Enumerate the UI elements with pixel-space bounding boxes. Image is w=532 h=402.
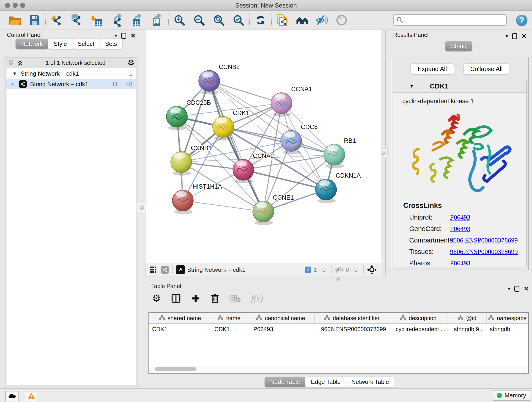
import-table-from-file-button[interactable] [86, 12, 106, 29]
expand-all-icon[interactable] [17, 59, 24, 66]
import-network-from-database-button[interactable] [66, 12, 86, 29]
column-header-shared-name[interactable]: shared name [149, 313, 211, 323]
table-hscrollbar[interactable] [150, 366, 527, 372]
edge-CCNE1-HIST1H1A[interactable] [183, 201, 263, 211]
left-splitter-handle[interactable] [137, 203, 146, 212]
hide-selected-button[interactable] [312, 12, 332, 29]
search-input[interactable] [405, 16, 504, 24]
network-canvas[interactable]: CCNB2CCNA1CDC25BCDK1CDC6RB1CCNB1CCNA2CDK… [145, 30, 381, 263]
node-HIST1H1A[interactable] [172, 190, 193, 214]
column-header-description[interactable]: description [389, 313, 447, 323]
birds-eye-view-icon[interactable] [176, 265, 185, 274]
zoom-in-button[interactable] [170, 12, 189, 29]
table-cell[interactable]: stringdb [487, 324, 528, 334]
node-CDC25B[interactable] [166, 106, 187, 130]
tab-string[interactable]: String [445, 41, 472, 51]
bottom-splitter-handle[interactable] [336, 277, 340, 281]
tree-expand-icon[interactable]: ▼ [12, 71, 17, 76]
panel-menu-icon[interactable]: ▾ [508, 286, 510, 292]
node-CCNE1[interactable] [253, 201, 274, 225]
crosslink-link[interactable]: P06493 [450, 214, 470, 221]
export-table-button[interactable] [128, 12, 147, 29]
zoom-out-button[interactable] [189, 12, 209, 29]
import-network-from-file-button[interactable] [47, 12, 66, 29]
tab-node-table[interactable]: Node Table [264, 376, 306, 387]
node-CCNA1[interactable] [271, 93, 292, 117]
save-session-button[interactable] [25, 12, 44, 29]
close-panel-icon[interactable]: ✕ [521, 32, 526, 40]
network-collection-row[interactable]: ▼ String Network – cdk1 1 [6, 68, 136, 79]
panel-menu-icon[interactable]: ▾ [505, 33, 508, 39]
crosslink-link[interactable]: P06493 [450, 225, 470, 233]
zoom-fit-button[interactable] [209, 12, 229, 29]
float-panel-icon[interactable] [514, 286, 519, 292]
network-list-box: 1 of 1 Network selected ⚙ ▼ String Netwo… [4, 57, 138, 387]
table-cell[interactable]: 9606.ENSP00000378699 [315, 324, 389, 334]
edge-CCNB2-CCNA1[interactable] [209, 81, 282, 103]
crosslink-link[interactable]: P06493 [450, 259, 470, 267]
zoom-selected-button[interactable] [229, 12, 248, 29]
close-panel-icon[interactable]: ✕ [524, 285, 529, 293]
network-row[interactable]: ● String Network – cdk1 11 48 [6, 79, 136, 89]
tab-style[interactable]: Style [48, 38, 73, 49]
table-toolbar: ⚙ [152, 293, 263, 303]
node-CDK1[interactable] [213, 116, 234, 140]
add-column-icon[interactable] [191, 294, 200, 303]
tab-network[interactable]: Network [15, 38, 49, 49]
table-cell[interactable]: stringdb:9... [447, 324, 487, 334]
column-header-canonical-name[interactable]: canonical name [247, 313, 315, 323]
table-cell[interactable]: CDK1 [149, 324, 211, 334]
export-image-button[interactable] [147, 12, 167, 29]
node-CCNA2[interactable] [233, 159, 254, 183]
show-columns-icon[interactable] [171, 293, 181, 303]
node-RB1[interactable] [324, 144, 345, 168]
network-graph[interactable]: CCNB2CCNA1CDC25BCDK1CDC6RB1CCNB1CCNA2CDK… [146, 30, 381, 263]
column-header-id[interactable]: @id [447, 313, 487, 323]
table-cell[interactable]: P06493 [247, 324, 315, 334]
crosslink-link[interactable]: 9606.ENSP00000378699 [450, 248, 518, 255]
close-panel-icon[interactable]: ✕ [130, 32, 136, 39]
column-header-namespace[interactable]: namespace [487, 313, 528, 323]
tab-select[interactable]: Select [72, 38, 100, 49]
section-expand-icon[interactable]: ▼ [409, 83, 414, 89]
float-panel-icon[interactable] [121, 33, 126, 39]
network-share-icon[interactable] [161, 266, 169, 274]
grid-view-icon[interactable] [150, 266, 157, 274]
help-button[interactable]: ? [516, 15, 527, 26]
column-header-name[interactable]: name [211, 313, 247, 323]
open-session-button[interactable] [5, 12, 25, 29]
table-cell[interactable]: CDK1 [211, 324, 247, 334]
node-CDKN1A[interactable] [316, 179, 336, 203]
node-CCNB2[interactable] [199, 70, 220, 95]
expand-all-button[interactable]: Expand All [410, 64, 454, 75]
first-neighbors-button[interactable] [292, 12, 312, 29]
collapse-all-button[interactable]: Collapse All [463, 64, 509, 75]
copy-network-button[interactable] [273, 12, 292, 29]
fit-crosshair-icon[interactable] [367, 265, 377, 275]
network-options-gear-icon[interactable]: ⚙ [128, 58, 134, 67]
scroll-thumb[interactable] [155, 367, 196, 371]
tab-edge-table[interactable]: Edge Table [305, 376, 346, 387]
apply-layout-button[interactable] [251, 12, 270, 29]
tab-network-table[interactable]: Network Table [346, 376, 395, 387]
search-box[interactable] [393, 14, 507, 26]
table-cell[interactable]: cyclin-dependent ... [389, 324, 447, 334]
export-network-button[interactable] [108, 12, 128, 29]
node-CDC6[interactable] [281, 130, 302, 154]
node-CCNB1[interactable] [171, 152, 192, 176]
table-row[interactable]: CDK1CDK1P064939606.ENSP00000378699cyclin… [149, 324, 528, 334]
cloud-status-button[interactable] [5, 391, 19, 401]
show-all-button[interactable] [332, 12, 351, 29]
selected-checkbox-icon[interactable]: ✓ [305, 267, 311, 273]
float-panel-icon[interactable] [512, 33, 517, 39]
crosslink-link[interactable]: 9606.ENSP00000378699 [450, 236, 518, 244]
collapse-all-icon[interactable] [7, 59, 14, 66]
delete-column-icon[interactable] [210, 293, 220, 303]
gene-section-header[interactable]: ▼ CDK1 [393, 80, 526, 93]
table-options-gear-icon[interactable]: ⚙ [152, 294, 161, 303]
warnings-button[interactable] [25, 391, 38, 401]
memory-button[interactable]: Memory [493, 390, 530, 401]
panel-menu-icon[interactable]: ▾ [114, 33, 117, 39]
tab-sets[interactable]: Sets [99, 38, 123, 49]
column-header-database-identifier[interactable]: database identifier [315, 313, 389, 323]
